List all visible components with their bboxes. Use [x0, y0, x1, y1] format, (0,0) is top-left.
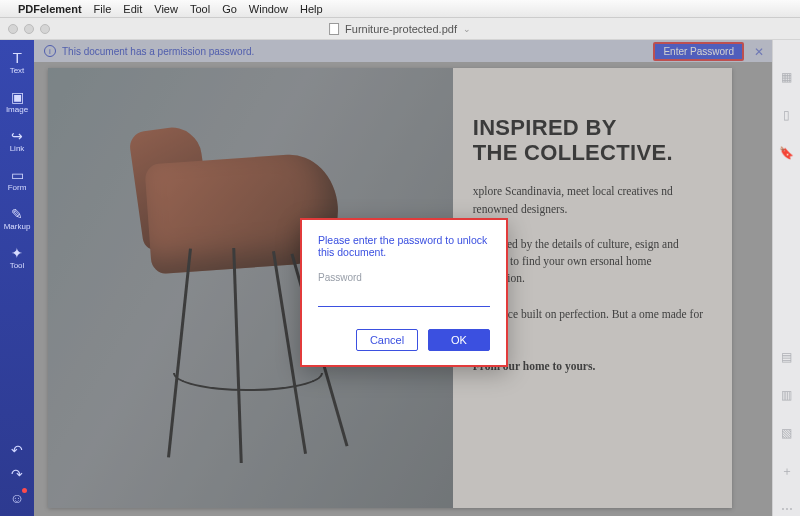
password-dialog: Please enter the password to unlock this… [300, 218, 508, 367]
dialog-prompt: Please enter the password to unlock this… [318, 234, 490, 258]
menu-help[interactable]: Help [300, 3, 323, 15]
password-field-label: Password [318, 272, 490, 283]
text-icon: 𝖳 [9, 50, 25, 66]
system-menubar: PDFelement File Edit View Tool Go Window… [0, 0, 800, 18]
panel-icon[interactable]: ▥ [780, 388, 794, 402]
redo-icon[interactable]: ↷ [11, 466, 23, 482]
panel-icon[interactable]: ▤ [780, 350, 794, 364]
menu-view[interactable]: View [154, 3, 178, 15]
more-icon[interactable]: ⋯ [780, 502, 794, 516]
sidebar-item-label: Text [10, 66, 25, 75]
menu-edit[interactable]: Edit [123, 3, 142, 15]
chevron-down-icon[interactable]: ⌄ [463, 24, 471, 34]
undo-icon[interactable]: ↶ [11, 442, 23, 458]
sidebar-item-tool[interactable]: ✦ Tool [0, 241, 34, 276]
sidebar-item-label: Image [6, 105, 28, 114]
sidebar-item-link[interactable]: ↪ Link [0, 124, 34, 159]
markup-icon: ✎ [9, 206, 25, 222]
panel-icon[interactable]: ▧ [780, 426, 794, 440]
sidebar-item-form[interactable]: ▭ Form [0, 163, 34, 198]
sidebar-item-label: Tool [10, 261, 25, 270]
tool-sidebar: 𝖳 Text ▣ Image ↪ Link ▭ Form ✎ Markup ✦ … [0, 40, 34, 516]
add-icon[interactable]: ＋ [780, 464, 794, 478]
image-icon: ▣ [9, 89, 25, 105]
tool-icon: ✦ [9, 245, 25, 261]
sidebar-item-markup[interactable]: ✎ Markup [0, 202, 34, 237]
password-input-wrapper[interactable] [318, 285, 490, 307]
menu-go[interactable]: Go [222, 3, 237, 15]
document-title-text: Furniture-protected.pdf [345, 23, 457, 35]
minimize-window-icon[interactable] [24, 24, 34, 34]
link-icon: ↪ [9, 128, 25, 144]
account-icon[interactable]: ☺ [10, 490, 24, 506]
right-panel: ▦ ▯ 🔖 ▤ ▥ ▧ ＋ ⋯ [772, 40, 800, 516]
menu-window[interactable]: Window [249, 3, 288, 15]
sidebar-item-label: Link [10, 144, 25, 153]
document-title[interactable]: Furniture-protected.pdf ⌄ [329, 23, 471, 35]
ok-button[interactable]: OK [428, 329, 490, 351]
sidebar-item-image[interactable]: ▣ Image [0, 85, 34, 120]
bookmark-icon[interactable]: 🔖 [780, 146, 794, 160]
form-icon: ▭ [9, 167, 25, 183]
grid-view-icon[interactable]: ▦ [780, 70, 794, 84]
sidebar-item-label: Form [8, 183, 27, 192]
sidebar-item-label: Markup [4, 222, 31, 231]
menu-file[interactable]: File [94, 3, 112, 15]
sidebar-item-text[interactable]: 𝖳 Text [0, 46, 34, 81]
window-controls[interactable] [8, 24, 50, 34]
menu-tool[interactable]: Tool [190, 3, 210, 15]
cancel-button[interactable]: Cancel [356, 329, 418, 351]
window-titlebar: Furniture-protected.pdf ⌄ [0, 18, 800, 40]
pdf-file-icon [329, 23, 339, 35]
app-menu[interactable]: PDFelement [18, 3, 82, 15]
close-window-icon[interactable] [8, 24, 18, 34]
zoom-window-icon[interactable] [40, 24, 50, 34]
page-panel-icon[interactable]: ▯ [780, 108, 794, 122]
password-input[interactable] [318, 286, 490, 307]
